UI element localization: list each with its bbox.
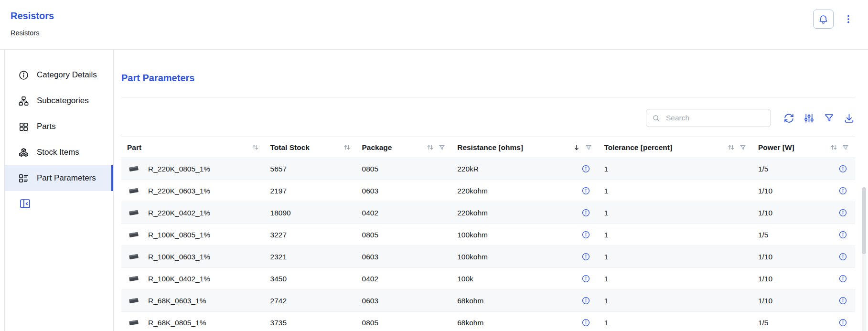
sidebar-item-stock-items[interactable]: Stock Items [5,139,113,165]
info-icon[interactable] [581,318,590,327]
info-icon[interactable] [838,230,847,239]
tolerance-cell: 1 [598,180,752,202]
sidebar-item-label: Parts [37,122,56,131]
topbar-actions [813,10,854,29]
total-stock-cell: 2742 [265,290,356,312]
sidebar-item-parts[interactable]: Parts [5,114,113,139]
total-stock-cell: 18090 [265,202,356,224]
toolbar [121,109,855,127]
sort-desc-icon[interactable] [573,144,580,151]
column-label: Power [W] [758,143,794,152]
sidebar-item-part-parameters[interactable]: Part Parameters [5,165,113,191]
column-filter-icon[interactable] [739,144,747,151]
table-row[interactable]: R_100K_0603_1%23210603100kohm11/10 [121,246,855,268]
sort-icon[interactable] [830,144,837,151]
column-filter-icon[interactable] [438,144,446,151]
search-input[interactable] [665,113,765,123]
sidebar-item-category-details[interactable]: Category Details [5,62,113,88]
info-icon[interactable] [581,296,590,305]
column-label: Resistance [ohms] [457,143,523,152]
part-name: R_220K_0805_1% [148,165,210,173]
sort-icon[interactable] [728,144,735,151]
resistance-value: 68kohm [457,319,483,327]
column-header-resistance-ohms[interactable]: Resistance [ohms] [451,137,598,158]
info-icon[interactable] [581,230,590,239]
total-stock-cell: 5657 [265,158,356,180]
breadcrumb[interactable]: Resistors [11,29,54,37]
column-header-part[interactable]: Part [121,137,265,158]
table-scrollbar[interactable] [862,187,866,331]
column-header-package[interactable]: Package [356,137,452,158]
column-label: Part [127,143,141,152]
info-icon[interactable] [581,252,590,261]
sidebar: Category DetailsSubcategoriesPartsStock … [5,50,114,331]
column-header-tolerance-percent[interactable]: Tolerance [percent] [598,137,752,158]
column-header-power-w[interactable]: Power [W] [752,137,855,158]
resistance-value: 100kohm [457,253,488,261]
info-icon[interactable] [838,186,847,195]
power-value: 1/5 [758,165,769,173]
column-header-total-stock[interactable]: Total Stock [265,137,356,158]
sort-icon[interactable] [343,144,351,151]
column-label: Tolerance [percent] [604,143,672,152]
info-icon[interactable] [838,208,847,217]
section-title: Part Parameters [121,73,855,84]
power-value: 1/10 [758,253,772,261]
sidebar-item-label: Category Details [37,70,97,80]
package-cell: 0603 [356,180,452,202]
table-body: R_220K_0805_1%56570805220kR11/5R_220K_06… [121,158,855,331]
table-row[interactable]: R_100K_0805_1%32270805100kohm11/5 [121,224,855,246]
collapse-sidebar-icon[interactable] [19,198,31,210]
tolerance-cell: 1 [598,246,752,268]
table-row[interactable]: R_68K_0603_1%2742060368kohm11/10 [121,290,855,312]
info-icon[interactable] [581,186,590,195]
tolerance-cell: 1 [598,224,752,246]
info-icon[interactable] [838,318,847,327]
part-thumbnail [127,209,140,216]
table-row[interactable]: R_100K_0402_1%34500402100k11/10 [121,268,855,290]
sidebar-item-label: Part Parameters [37,173,96,183]
tolerance-cell: 1 [598,312,752,331]
refresh-button[interactable] [783,112,795,124]
sidebar-item-label: Stock Items [37,148,79,157]
info-icon[interactable] [838,164,847,173]
bell-icon [818,14,829,25]
part-parameters-table: PartTotal StockPackageResistance [ohms]T… [121,137,855,331]
part-thumbnail [127,319,140,326]
download-icon [843,112,855,124]
package-cell: 0805 [356,312,452,331]
column-filter-icon[interactable] [842,144,849,151]
page-title: Resistors [11,11,54,21]
topbar: Resistors Resistors [0,0,868,50]
table-row[interactable]: R_68K_0805_1%3735080568kohm11/5 [121,312,855,331]
info-icon[interactable] [838,296,847,305]
sort-icon[interactable] [252,144,259,151]
part-name: R_68K_0805_1% [148,319,206,327]
table-row[interactable]: R_220K_0603_1%21970603220kohm11/10 [121,180,855,202]
part-thumbnail [127,187,140,194]
column-settings-button[interactable] [803,112,815,124]
power-value: 1/10 [758,187,772,195]
kebab-menu-icon[interactable] [843,13,854,25]
table-row[interactable]: R_220K_0805_1%56570805220kR11/5 [121,158,855,180]
sort-icon[interactable] [427,144,434,151]
column-label: Total Stock [270,143,310,152]
info-icon[interactable] [581,164,590,173]
info-icon[interactable] [581,274,590,283]
tolerance-cell: 1 [598,158,752,180]
scrollbar-thumb[interactable] [862,187,866,254]
column-filter-icon[interactable] [585,144,592,151]
filter-button[interactable] [823,112,835,124]
resistance-value: 100k [457,275,473,283]
download-button[interactable] [843,112,855,124]
info-icon[interactable] [838,274,847,283]
resistance-value: 68kohm [457,297,483,305]
total-stock-cell: 2197 [265,180,356,202]
tolerance-cell: 1 [598,290,752,312]
info-icon[interactable] [838,252,847,261]
table-row[interactable]: R_220K_0402_1%180900402220kohm11/10 [121,202,855,224]
topbar-titles: Resistors Resistors [11,8,54,37]
sidebar-item-subcategories[interactable]: Subcategories [5,88,113,114]
info-icon[interactable] [581,208,590,217]
notifications-button[interactable] [813,10,834,29]
